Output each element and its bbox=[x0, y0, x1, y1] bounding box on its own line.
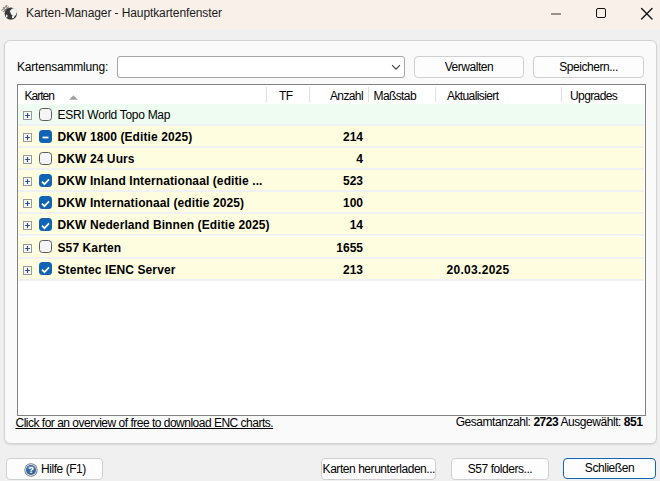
svg-text:?: ? bbox=[28, 464, 34, 475]
